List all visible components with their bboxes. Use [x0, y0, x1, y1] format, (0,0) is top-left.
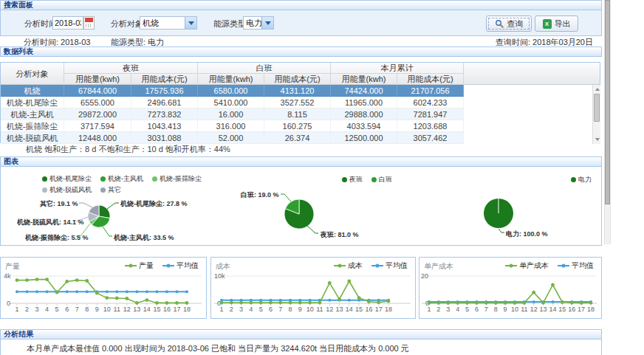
legend-label: 机烧-振筛除尘: [160, 174, 202, 184]
pie-callout-line: [307, 226, 318, 233]
legend-item[interactable]: 机烧-脱硫风机: [42, 185, 92, 195]
table-row[interactable]: 机烧-主风机29872.0007273.83216.0008.11529888.…: [1, 108, 600, 120]
table-cell: 3717.594: [64, 120, 131, 132]
svg-text:10: 10: [306, 306, 314, 313]
table-scrollbar[interactable]: [592, 85, 600, 144]
svg-text:15: 15: [558, 306, 566, 313]
table-row[interactable]: 机烧-振筛除尘3717.5941043.413316.000160.275403…: [1, 120, 600, 132]
legend-item[interactable]: 电力: [571, 175, 592, 185]
legend-item[interactable]: 成本: [334, 261, 363, 271]
legend-item[interactable]: 机烧-机尾除尘: [42, 174, 92, 184]
svg-text:10k: 10k: [214, 272, 225, 280]
page-scrollbar-thumb[interactable]: [605, 0, 610, 204]
legend-label: 平均值: [572, 261, 594, 271]
table-cell: 机烧-脱硫风机: [1, 132, 64, 144]
chevron-down-icon[interactable]: [185, 17, 196, 29]
legend-item[interactable]: 单产成本: [505, 261, 549, 271]
analysis-object-value: 机烧: [143, 18, 159, 28]
svg-text:12: 12: [326, 306, 333, 313]
svg-text:14: 14: [346, 306, 353, 313]
legend-item[interactable]: 机烧-主风机: [100, 174, 143, 184]
analysis-result-title: 分析结果: [4, 330, 33, 338]
pie-legend: 机烧-机尾除尘机烧-主风机机烧-振筛除尘机烧-脱硫风机其它: [42, 173, 210, 196]
table-cell-filler: [464, 97, 600, 108]
table-scrollbar-thumb[interactable]: [594, 94, 600, 122]
svg-text:15: 15: [153, 306, 160, 313]
chart-legend: 单产成本平均值: [496, 261, 594, 271]
svg-text:17: 17: [173, 306, 180, 313]
data-list-title: 数据列表: [4, 47, 33, 55]
table-row[interactable]: 机烧-脱硫风机12448.0003031.08852.00026.3741250…: [1, 132, 600, 144]
svg-text:10: 10: [103, 306, 111, 313]
pie-label: 其它: 19.1 %: [40, 199, 78, 209]
legend-item[interactable]: 产量: [125, 261, 154, 271]
energy-type-select[interactable]: 电力: [243, 16, 274, 30]
svg-text:9: 9: [95, 306, 99, 313]
legend-item[interactable]: 平均值: [371, 261, 408, 271]
table-cell-filler: [464, 120, 600, 132]
table-cell: 52.000: [198, 132, 264, 144]
analysis-object-select[interactable]: 机烧: [140, 16, 197, 30]
legend-item[interactable]: 机烧-振筛除尘: [152, 174, 202, 184]
svg-text:6: 6: [65, 306, 69, 313]
legend-marker-icon: [505, 263, 517, 269]
legend-item[interactable]: 夜班: [342, 175, 363, 185]
legend-label: 成本: [348, 261, 363, 271]
data-grid: 分析对象夜班白班本月累计用能量(kwh)用能成本(元)用能量(kwh)用能成本(…: [0, 62, 600, 143]
query-button[interactable]: 查询: [486, 15, 532, 32]
legend-dot: [571, 177, 576, 182]
svg-text:14: 14: [549, 306, 556, 313]
svg-text:4k: 4k: [4, 272, 11, 280]
table-footnote: 机烧 饱和生产：8 d 不饱和生产：10 d 饱和开机率：44%: [0, 144, 602, 155]
legend-label: 白班: [379, 175, 392, 185]
legend-item[interactable]: 平均值: [558, 261, 594, 271]
table-cell: 74424.000: [331, 85, 397, 97]
table-cell: 6555.000: [64, 97, 131, 108]
pie-label: 机烧-主风机: 33.5 %: [114, 233, 174, 243]
pie-label: 机烧-脱硫风机: 14.1 %: [17, 218, 84, 227]
table-row[interactable]: 机烧67844.00017575.9366580.0004131.1207442…: [1, 85, 600, 97]
legend-item[interactable]: 平均值: [162, 261, 199, 271]
export-button[interactable]: X 导出: [535, 15, 578, 32]
legend-label: 机烧-机尾除尘: [49, 174, 92, 184]
energy-type-label: 能源类型: [213, 18, 246, 30]
analysis-time-input[interactable]: [52, 16, 83, 30]
table-cell: 67844.000: [64, 85, 131, 97]
legend-label: 平均值: [177, 261, 199, 271]
table-row[interactable]: 机烧-机尾除尘6555.0002496.6815410.0003527.5521…: [1, 97, 600, 108]
svg-text:0: 0: [7, 300, 10, 307]
search-form: 分析时间 分析对象 机烧 能源类型 电力 查询 X 导出: [0, 10, 602, 36]
pie-slice[interactable]: [99, 205, 110, 218]
svg-text:11: 11: [114, 306, 120, 313]
legend-item[interactable]: 其它: [100, 185, 121, 195]
table-cell: 3057.462: [397, 132, 464, 144]
svg-text:3: 3: [239, 306, 243, 313]
svg-text:2: 2: [25, 306, 29, 313]
svg-text:4: 4: [45, 306, 49, 313]
line-chart-panel: 12345678910111213141516171810k0成本成本平均值: [210, 257, 416, 319]
legend-item[interactable]: 白班: [371, 175, 392, 185]
pie-legend: 夜班白班: [342, 174, 401, 185]
legend-label: 电力: [578, 175, 592, 185]
svg-text:2: 2: [436, 306, 440, 313]
calendar-button[interactable]: [83, 16, 95, 30]
pie-label: 机烧-机尾除尘: 27.8 %: [120, 199, 188, 209]
svg-text:16: 16: [365, 306, 372, 313]
chevron-down-icon[interactable]: [261, 17, 273, 29]
pie-legend-row: 机烧-脱硫风机其它: [42, 185, 210, 196]
table-cell: 17575.936: [131, 85, 198, 97]
scroll-down-icon[interactable]: [595, 138, 600, 141]
pie-label: 白班: 19.0 %: [241, 190, 279, 200]
triangle-glyph: [265, 21, 271, 25]
analysis-result-body: 本月单产成本最佳值 0.000 出现时间为 2018-03-06 已饱和 当日产…: [0, 340, 602, 355]
scroll-up-icon[interactable]: [595, 88, 600, 91]
svg-text:13: 13: [336, 306, 343, 313]
svg-text:9: 9: [298, 306, 302, 313]
column-sub-header: 用能量(kwh): [198, 74, 264, 85]
page-scrollbar[interactable]: [604, 0, 611, 244]
table-cell: 160.275: [264, 120, 331, 132]
svg-text:14: 14: [143, 306, 151, 313]
svg-text:2: 2: [230, 306, 233, 313]
calendar-grid-icon: [86, 24, 92, 27]
column-sub-header: 用能成本(元): [264, 74, 331, 85]
